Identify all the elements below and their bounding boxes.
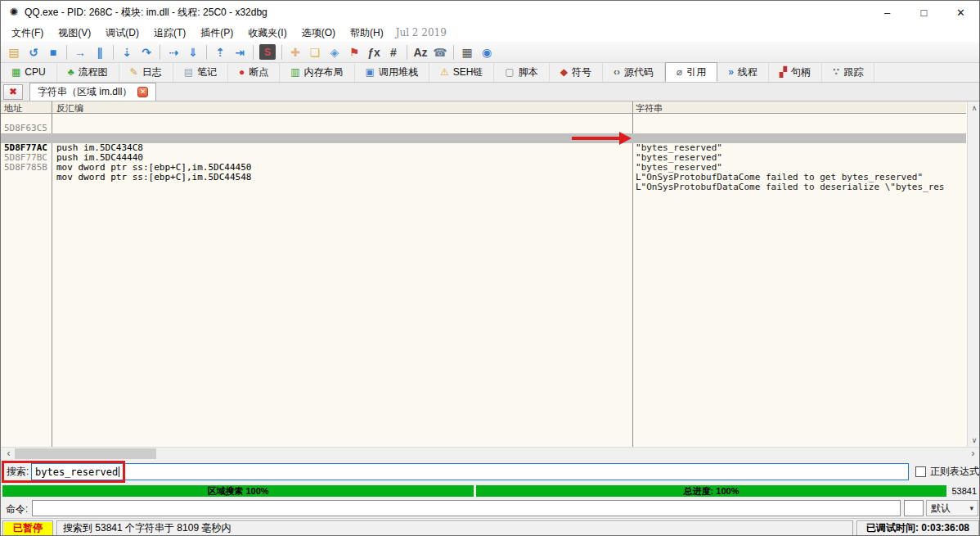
horizontal-scrollbar[interactable]: ‹ › <box>1 447 980 459</box>
search-input[interactable]: bytes_reserved <box>31 463 909 480</box>
source-mode-icon[interactable]: S <box>259 44 276 60</box>
calculator-icon[interactable]: ▦ <box>457 43 477 61</box>
globe-icon[interactable]: ◉ <box>477 43 497 61</box>
toolbar-separator[interactable] <box>407 45 407 60</box>
table-row[interactable]: 5D8F77BC mov dword ptr ss:[ebp+C],im.5DC… <box>1 143 966 153</box>
regex-option: 正则表达式 <box>915 465 979 479</box>
column-address[interactable]: 地址 <box>4 102 22 115</box>
table-row[interactable]: 5D8F785B mov dword ptr ss:[ebp+C],im.5DC… <box>1 153 966 163</box>
status-paused-badge: 已暂停 <box>2 520 53 536</box>
toolbar-separator[interactable] <box>160 45 160 60</box>
menu-options[interactable]: 选项(O) <box>294 24 343 43</box>
scroll-down-icon[interactable]: ∨ <box>968 434 980 447</box>
menu-favourites[interactable]: 收藏夹(I) <box>241 24 294 43</box>
toolbar-separator[interactable] <box>206 45 207 60</box>
tab-memory-map[interactable]: ▥ 内存布局 <box>280 62 354 82</box>
comments-icon[interactable]: ❏ <box>305 43 325 61</box>
tab-label: 句柄 <box>791 65 811 79</box>
table-row[interactable]: 5D8F77AC push im.5DC44440 "bytes_reserve… <box>1 133 966 143</box>
tab-log[interactable]: ✎ 日志 <box>119 62 173 82</box>
tab-call-stack[interactable]: ▣ 调用堆栈 <box>355 62 429 82</box>
menu-plugins[interactable]: 插件(P) <box>193 24 241 43</box>
text-caret <box>119 466 119 477</box>
tab-icon: ✎ <box>130 67 138 77</box>
execute-till-return-icon[interactable]: ⇡ <box>210 43 230 61</box>
tab-cpu[interactable]: ▦ CPU <box>1 62 57 82</box>
bookmarks-icon[interactable]: ⚑ <box>344 43 364 61</box>
tab-source[interactable]: ‹› 源代码 <box>603 62 665 82</box>
tab-threads[interactable]: » 线程 <box>717 62 769 82</box>
table-row[interactable]: 5D8F63C5 push im.5DC434C8 "bytes_reserve… <box>1 114 966 124</box>
font-settings-icon[interactable]: Az <box>411 43 430 61</box>
app-bug-icon: ✺ <box>8 7 20 18</box>
progress-row: 区域搜索 100% 总进度: 100% 53841 <box>1 484 979 498</box>
tab-script[interactable]: ▢ 脚本 <box>494 62 549 82</box>
minimize-button[interactable]: – <box>869 1 906 24</box>
menu-debug[interactable]: 调试(D) <box>98 24 146 43</box>
toolbar-separator[interactable] <box>253 45 254 60</box>
search-label: 搜索: <box>7 465 29 479</box>
strings-region-tab[interactable]: 字符串（区域 im.dll） ✕ <box>29 83 156 101</box>
tab-icon: ⌀ <box>677 67 682 77</box>
string-references-panel: 地址 反汇编 字符串 5D8F63C5 push im.5DC434C8 "by… <box>1 101 980 459</box>
tab-close-icon[interactable]: ✕ <box>137 87 148 97</box>
column-disassembly[interactable]: 反汇编 <box>56 102 83 115</box>
close-button[interactable]: ✕ <box>942 1 979 24</box>
column-string[interactable]: 字符串 <box>636 102 663 115</box>
patches-icon[interactable]: ✚ <box>285 43 305 61</box>
tab-references[interactable]: ⌀ 引用 <box>665 62 717 82</box>
trace-into-icon[interactable]: ⇢ <box>164 43 183 61</box>
menu-file[interactable]: 文件(F) <box>4 24 51 43</box>
run-to-user-code-icon[interactable]: ⇥ <box>230 43 249 61</box>
step-into-icon[interactable]: ⇣ <box>117 43 137 61</box>
close-all-tabs-button[interactable]: ✖ <box>3 84 23 100</box>
scroll-left-icon[interactable]: ‹ <box>2 448 15 460</box>
labels-icon[interactable]: ◈ <box>325 43 344 61</box>
step-over-icon[interactable]: ↷ <box>137 43 156 61</box>
result-count: 53841 <box>951 486 977 496</box>
table-row[interactable]: 5D8F63E8 push im.5DC434C8 "bytes_reserve… <box>1 124 966 133</box>
tab-symbols[interactable]: ◆ 符号 <box>550 62 603 82</box>
menu-view[interactable]: 视图(V) <box>51 24 98 43</box>
regex-checkbox[interactable] <box>915 466 926 477</box>
terminate-icon[interactable]: ■ <box>43 43 63 61</box>
toolbar-separator[interactable] <box>66 45 67 60</box>
toolbar-separator[interactable] <box>453 45 454 60</box>
vertical-scrollbar[interactable]: ∧ ∨ <box>967 101 980 447</box>
scrollbar-thumb[interactable] <box>15 448 156 459</box>
restart-icon[interactable]: ↺ <box>24 43 43 61</box>
tab-label: 断点 <box>249 65 268 79</box>
search-match: bytes_reserved <box>842 173 918 182</box>
profile-dropdown[interactable]: 默认 ▾ <box>926 500 978 516</box>
tab-seh[interactable]: ⚠ SEH链 <box>429 62 494 82</box>
trace-over-icon[interactable]: ⇓ <box>183 43 203 61</box>
tab-graph[interactable]: ♣ 流程图 <box>57 62 119 82</box>
scroll-right-icon[interactable]: › <box>967 448 979 460</box>
run-icon[interactable]: → <box>70 43 90 61</box>
command-input[interactable] <box>32 500 901 516</box>
open-file-icon[interactable]: ▤ <box>4 43 24 61</box>
pause-icon[interactable]: ∥ <box>90 43 110 61</box>
menu-help[interactable]: 帮助(H) <box>343 24 391 43</box>
tab-breakpoints[interactable]: ● 断点 <box>228 62 280 82</box>
tab-notes[interactable]: ▤ 笔记 <box>173 62 228 82</box>
tab-trace[interactable]: ∵ 跟踪 <box>822 62 874 82</box>
hash-icon[interactable]: # <box>384 43 403 61</box>
scroll-up-icon[interactable]: ∧ <box>968 101 980 115</box>
window-controls: – □ ✕ <box>869 1 979 24</box>
tab-label: 日志 <box>142 65 162 79</box>
command-aux-box[interactable] <box>904 500 924 516</box>
functions-icon[interactable]: ƒx <box>364 43 384 61</box>
menu-trace[interactable]: 追踪(T) <box>146 24 193 43</box>
sub-tab-bar: ✖ 字符串（区域 im.dll） ✕ <box>1 83 979 101</box>
toolbar-separator[interactable] <box>281 45 282 60</box>
tab-handles[interactable]: ▞ 句柄 <box>769 62 822 82</box>
toolbar-separator[interactable] <box>113 45 114 60</box>
row-string: "bytes_reserved" <box>636 163 966 173</box>
maximize-button[interactable]: □ <box>906 1 942 24</box>
status-message: 搜索到 53841 个字符串于 8109 毫秒内 <box>56 520 853 536</box>
build-date: Jul 2 2019 <box>396 27 447 38</box>
tab-icon: ⚠ <box>440 67 449 77</box>
tab-icon: ∵ <box>833 67 839 77</box>
attach-icon[interactable]: ☎ <box>430 43 450 61</box>
